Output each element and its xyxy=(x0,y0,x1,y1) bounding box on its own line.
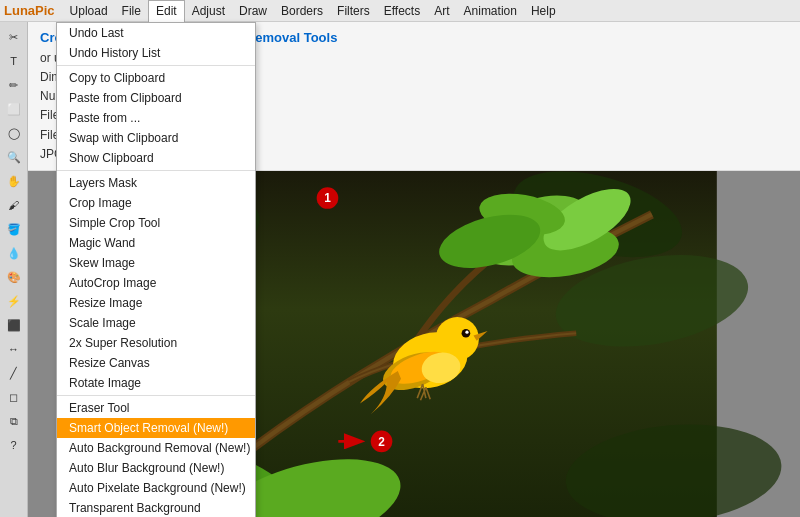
svg-text:1: 1 xyxy=(324,191,331,205)
dd-scale-image[interactable]: Scale Image xyxy=(57,313,255,333)
menubar: LunaPic Upload File Edit Adjust Draw Bor… xyxy=(0,0,800,22)
tool-brush[interactable]: 🖌 xyxy=(3,194,25,216)
edit-dropdown-menu: Undo Last Undo History List Copy to Clip… xyxy=(56,22,256,517)
menu-animation[interactable]: Animation xyxy=(457,0,524,22)
dd-paste-from[interactable]: Paste from ... xyxy=(57,108,255,128)
tool-color[interactable]: 🎨 xyxy=(3,266,25,288)
menu-draw[interactable]: Draw xyxy=(232,0,274,22)
menu-effects[interactable]: Effects xyxy=(377,0,427,22)
dd-swap-clipboard[interactable]: Swap with Clipboard xyxy=(57,128,255,148)
tool-pencil[interactable]: ✏ xyxy=(3,74,25,96)
tool-zoom[interactable]: 🔍 xyxy=(3,146,25,168)
tool-ellipse[interactable]: ◯ xyxy=(3,122,25,144)
dd-copy-clipboard[interactable]: Copy to Clipboard xyxy=(57,68,255,88)
dd-skew-image[interactable]: Skew Image xyxy=(57,253,255,273)
dd-magic-wand[interactable]: Magic Wand xyxy=(57,233,255,253)
tool-move[interactable]: ✋ xyxy=(3,170,25,192)
dd-autocrop-image[interactable]: AutoCrop Image xyxy=(57,273,255,293)
dd-eraser-tool[interactable]: Eraser Tool xyxy=(57,398,255,418)
menu-filters[interactable]: Filters xyxy=(330,0,377,22)
tool-fx[interactable]: ⚡ xyxy=(3,290,25,312)
menu-upload[interactable]: Upload xyxy=(63,0,115,22)
tool-clone[interactable]: ⧉ xyxy=(3,410,25,432)
dd-separator-3 xyxy=(57,395,255,396)
dd-simple-crop[interactable]: Simple Crop Tool xyxy=(57,213,255,233)
menu-adjust[interactable]: Adjust xyxy=(185,0,232,22)
dd-separator-2 xyxy=(57,170,255,171)
dd-super-resolution[interactable]: 2x Super Resolution xyxy=(57,333,255,353)
dd-resize-canvas[interactable]: Resize Canvas xyxy=(57,353,255,373)
dd-auto-pixelate-background[interactable]: Auto Pixelate Background (New!) xyxy=(57,478,255,498)
tool-text[interactable]: T xyxy=(3,50,25,72)
dd-smart-object-removal[interactable]: Smart Object Removal (New!) xyxy=(57,418,255,438)
dd-layers-mask[interactable]: Layers Mask xyxy=(57,173,255,193)
dd-auto-background-removal[interactable]: Auto Background Removal (New!) xyxy=(57,438,255,458)
tool-resize[interactable]: ↔ xyxy=(3,338,25,360)
dd-paste-clipboard[interactable]: Paste from Clipboard xyxy=(57,88,255,108)
tool-help[interactable]: ? xyxy=(3,434,25,456)
menu-file[interactable]: File xyxy=(115,0,148,22)
menu-art[interactable]: Art xyxy=(427,0,456,22)
svg-point-20 xyxy=(465,330,468,333)
app-logo: LunaPic xyxy=(4,3,55,18)
svg-text:2: 2 xyxy=(378,435,385,449)
dd-crop-image[interactable]: Crop Image xyxy=(57,193,255,213)
dd-undo-history[interactable]: Undo History List xyxy=(57,43,255,63)
dd-auto-blur-background[interactable]: Auto Blur Background (New!) xyxy=(57,458,255,478)
tool-erase[interactable]: ◻ xyxy=(3,386,25,408)
menu-edit[interactable]: Edit xyxy=(148,0,185,22)
menu-borders[interactable]: Borders xyxy=(274,0,330,22)
dd-show-clipboard[interactable]: Show Clipboard xyxy=(57,148,255,168)
tool-line[interactable]: ╱ xyxy=(3,362,25,384)
dd-rotate-image[interactable]: Rotate Image xyxy=(57,373,255,393)
tool-select[interactable]: ⬛ xyxy=(3,314,25,336)
tool-eyedropper[interactable]: 💧 xyxy=(3,242,25,264)
dd-resize-image[interactable]: Resize Image xyxy=(57,293,255,313)
dd-transparent-background[interactable]: Transparent Background xyxy=(57,498,255,517)
tool-fill[interactable]: 🪣 xyxy=(3,218,25,240)
left-toolbar: ✂ T ✏ ⬜ ◯ 🔍 ✋ 🖌 🪣 💧 🎨 ⚡ ⬛ ↔ ╱ ◻ ⧉ ? xyxy=(0,22,28,517)
tool-rectangle[interactable]: ⬜ xyxy=(3,98,25,120)
dd-separator-1 xyxy=(57,65,255,66)
dd-undo-last[interactable]: Undo Last xyxy=(57,23,255,43)
menu-help[interactable]: Help xyxy=(524,0,563,22)
tool-crop[interactable]: ✂ xyxy=(3,26,25,48)
